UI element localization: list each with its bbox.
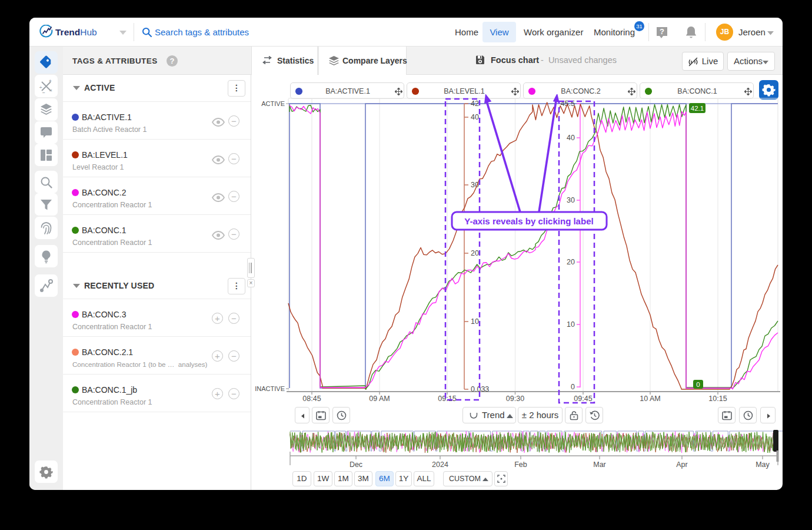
svg-text:÷: ÷ — [39, 85, 42, 90]
svg-text:10 AM: 10 AM — [640, 395, 660, 403]
svg-text:30: 30 — [567, 196, 575, 204]
svg-text:Y-axis reveals by clicking lab: Y-axis reveals by clicking label — [464, 216, 593, 226]
svg-text:?: ? — [660, 27, 664, 36]
svg-text:10: 10 — [471, 317, 479, 326]
svg-text:09:45: 09:45 — [574, 395, 592, 403]
svg-text:0: 0 — [571, 383, 575, 391]
svg-text:+: + — [49, 78, 52, 84]
svg-text:Feb: Feb — [514, 461, 527, 469]
svg-text:40: 40 — [567, 134, 575, 142]
svg-text:2024: 2024 — [432, 461, 448, 469]
svg-text:INACTIVE: INACTIVE — [255, 385, 285, 392]
svg-text:10: 10 — [567, 320, 575, 329]
svg-text:40: 40 — [471, 113, 479, 121]
svg-text:Apr: Apr — [676, 461, 687, 469]
svg-text:42.1: 42.1 — [691, 105, 704, 112]
svg-text:0: 0 — [696, 381, 700, 388]
svg-text:May: May — [756, 461, 770, 469]
svg-text:09:30: 09:30 — [506, 395, 524, 403]
svg-text:30: 30 — [471, 181, 479, 189]
svg-text:20: 20 — [471, 249, 479, 257]
svg-text:08:45: 08:45 — [302, 395, 321, 403]
svg-text:−: − — [42, 90, 45, 95]
svg-text:10:15: 10:15 — [708, 395, 727, 403]
svg-text:ACTIVE: ACTIVE — [261, 100, 285, 107]
svg-text:42: 42 — [471, 100, 479, 108]
svg-text:09:15: 09:15 — [438, 395, 456, 403]
svg-text:Mar: Mar — [593, 461, 606, 469]
svg-text:20: 20 — [567, 258, 575, 266]
svg-text:×: × — [49, 88, 52, 93]
svg-text:Dec: Dec — [350, 461, 362, 469]
svg-text:09 AM: 09 AM — [369, 395, 390, 403]
